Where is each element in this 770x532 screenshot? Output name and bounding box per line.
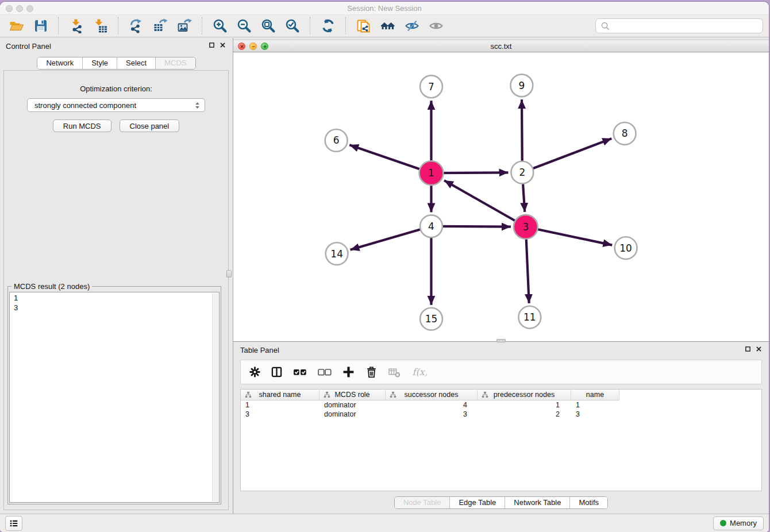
- network-minimize-button[interactable]: [249, 43, 257, 50]
- table-options-button[interactable]: [249, 367, 260, 377]
- column-header-shared-name[interactable]: shared name: [241, 390, 319, 400]
- tab-node-table[interactable]: Node Table: [395, 497, 450, 508]
- window-minimize-button[interactable]: [16, 5, 23, 12]
- table-panel-float-button[interactable]: [745, 346, 751, 352]
- show-graphics-details-button[interactable]: [425, 17, 446, 35]
- cb-unchecked-icon: [318, 368, 332, 376]
- close-panel-button[interactable]: Close panel: [120, 119, 180, 132]
- tree-icon: [482, 391, 488, 398]
- table-toolbar: [240, 360, 762, 384]
- mcds-result-textarea[interactable]: 13: [9, 292, 220, 503]
- column-header-label: name: [586, 391, 604, 399]
- hide-graphics-details-button[interactable]: [401, 17, 422, 35]
- control-panel-close-button[interactable]: [220, 42, 226, 48]
- save-session-button[interactable]: [30, 17, 51, 35]
- network-graph-svg[interactable]: 1234678910111415: [233, 53, 769, 341]
- control-panel-title: Control Panel: [6, 42, 51, 51]
- search-box[interactable]: [595, 18, 763, 33]
- tab-motifs[interactable]: Motifs: [569, 497, 607, 508]
- edge-3-1[interactable]: [444, 180, 526, 227]
- close-icon: [756, 346, 762, 352]
- tab-select[interactable]: Select: [117, 57, 155, 69]
- toolbar-separator: [58, 17, 59, 34]
- tab-network[interactable]: Network: [37, 57, 82, 69]
- deselect-all-rows-button[interactable]: [318, 368, 332, 376]
- node-label: 10: [619, 242, 632, 254]
- zoom-selected-button[interactable]: [282, 17, 303, 35]
- node-14[interactable]: 14: [326, 242, 348, 265]
- column-header-successor-nodes[interactable]: successor nodes: [386, 390, 478, 400]
- refresh-network-button[interactable]: [317, 17, 338, 35]
- run-mcds-button[interactable]: Run MCDS: [53, 119, 111, 132]
- delete-columns-button[interactable]: [365, 366, 378, 378]
- task-history-button[interactable]: [5, 516, 22, 531]
- export-table-button[interactable]: [149, 17, 171, 35]
- add-column-button[interactable]: [342, 366, 355, 378]
- table-row[interactable]: 3dominator323: [241, 410, 761, 419]
- import-network-button[interactable]: [66, 17, 87, 35]
- zoom-out-button[interactable]: [233, 17, 255, 35]
- table-panel: Table Panel shared nameMCDS rolesuccesso…: [233, 342, 769, 514]
- open-file-button[interactable]: [6, 17, 27, 35]
- export-image-button[interactable]: [174, 17, 195, 35]
- result-scrollbar[interactable]: [212, 293, 218, 502]
- zoom-in-button[interactable]: [209, 17, 230, 35]
- tab-network-table[interactable]: Network Table: [505, 497, 569, 508]
- node-2[interactable]: 2: [511, 161, 533, 184]
- optimization-criterion-select[interactable]: strongly connected component: [27, 98, 205, 112]
- edge-1-6[interactable]: [349, 145, 431, 173]
- network-file-icon: [356, 18, 371, 33]
- node-8[interactable]: 8: [614, 122, 636, 145]
- table-panel-close-button[interactable]: [756, 346, 762, 352]
- tab-style[interactable]: Style: [82, 57, 117, 69]
- table-tabbar: Node TableEdge TableNetwork TableMotifs: [394, 496, 608, 509]
- network-close-button[interactable]: [238, 43, 245, 50]
- node-10[interactable]: 10: [615, 237, 637, 259]
- control-panel-float-button[interactable]: [209, 42, 215, 48]
- table-cell: 2: [478, 410, 571, 419]
- import-table-button[interactable]: [90, 17, 111, 35]
- node-15[interactable]: 15: [420, 308, 442, 330]
- horizontal-splitter-handle[interactable]: [496, 339, 506, 342]
- toolbar-separator: [202, 17, 202, 34]
- node-7[interactable]: 7: [420, 75, 442, 98]
- mcds-result-group: MCDS result (2 nodes) 13: [7, 286, 221, 504]
- export-network-button[interactable]: [125, 17, 147, 35]
- column-header-name[interactable]: name: [571, 390, 619, 400]
- edge-4-14[interactable]: [351, 226, 432, 250]
- network-maximize-button[interactable]: [261, 43, 268, 50]
- node-4[interactable]: 4: [420, 215, 442, 237]
- column-header-mcds-role[interactable]: MCDS role: [319, 390, 386, 400]
- show-columns-button[interactable]: [271, 367, 282, 377]
- node-label: 9: [518, 80, 525, 91]
- home-view-button[interactable]: [377, 17, 398, 35]
- select-all-rows-button[interactable]: [293, 368, 307, 376]
- memory-button[interactable]: Memory: [713, 516, 764, 530]
- node-1[interactable]: 1: [419, 161, 444, 185]
- tab-mcds[interactable]: MCDS: [155, 57, 195, 69]
- node-3[interactable]: 3: [514, 215, 538, 239]
- search-input[interactable]: [613, 22, 758, 30]
- save-icon: [33, 18, 48, 33]
- edge-4-3[interactable]: [431, 226, 510, 227]
- node-11[interactable]: 11: [518, 306, 541, 329]
- node-label: 6: [333, 134, 340, 146]
- edge-3-10[interactable]: [526, 227, 612, 245]
- window-close-button[interactable]: [6, 5, 13, 12]
- optimization-criterion-value: strongly connected component: [34, 101, 194, 110]
- table-tabs: Node TableEdge TableNetwork TableMotifs: [233, 496, 769, 509]
- edge-2-8[interactable]: [522, 138, 611, 172]
- network-canvas[interactable]: 1234678910111415: [233, 53, 769, 341]
- panel-splitter-handle[interactable]: [226, 270, 232, 277]
- node-label: 3: [522, 221, 529, 233]
- zoom-fit-button[interactable]: [257, 17, 279, 35]
- tab-edge-table[interactable]: Edge Table: [449, 497, 505, 508]
- column-header-label: shared name: [259, 391, 301, 399]
- column-header-predecessor-nodes[interactable]: predecessor nodes: [478, 390, 571, 400]
- table-row[interactable]: 1dominator411: [241, 400, 761, 410]
- node-table: shared nameMCDS rolesuccessor nodesprede…: [240, 389, 762, 491]
- window-zoom-button[interactable]: [26, 5, 33, 12]
- network-file-button[interactable]: [353, 17, 374, 35]
- node-6[interactable]: 6: [325, 129, 348, 152]
- node-9[interactable]: 9: [510, 74, 533, 97]
